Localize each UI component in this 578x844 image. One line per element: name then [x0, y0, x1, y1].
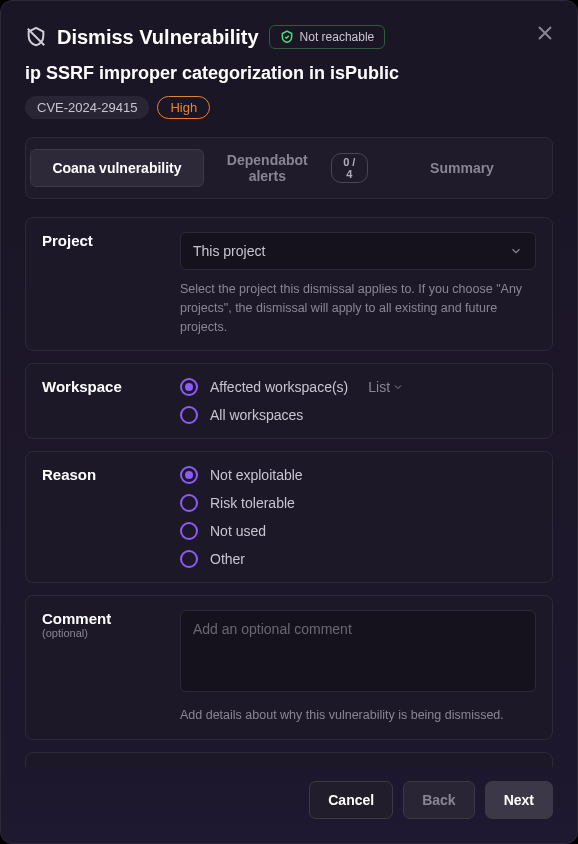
- vulnerability-meta: CVE-2024-29415 High: [25, 96, 553, 119]
- form-content: Project This project Select the project …: [25, 217, 553, 767]
- comment-section: Comment (optional) Add details about why…: [25, 595, 553, 740]
- workspace-option-all[interactable]: All workspaces: [180, 406, 536, 424]
- tab-label: Coana vulnerability: [52, 160, 181, 176]
- comment-label: Comment (optional): [42, 610, 160, 725]
- radio-icon: [180, 406, 198, 424]
- project-select[interactable]: This project: [180, 232, 536, 270]
- chevron-down-icon: [392, 381, 404, 393]
- reachability-badge: Not reachable: [269, 25, 386, 49]
- tab-label: Summary: [430, 160, 494, 176]
- tab-bar: Coana vulnerability Dependabot alerts 0 …: [25, 137, 553, 199]
- cve-badge: CVE-2024-29415: [25, 96, 149, 119]
- reason-option-other[interactable]: Other: [180, 550, 536, 568]
- radio-icon: [180, 466, 198, 484]
- back-button[interactable]: Back: [403, 781, 474, 819]
- radio-label: Affected workspace(s): [210, 379, 348, 395]
- reachability-label: Not reachable: [300, 30, 375, 44]
- dismiss-vulnerability-modal: Dismiss Vulnerability Not reachable ip S…: [0, 0, 578, 844]
- radio-label: Other: [210, 551, 245, 567]
- shield-off-icon: [25, 26, 47, 48]
- cancel-button[interactable]: Cancel: [309, 781, 393, 819]
- radio-icon: [180, 550, 198, 568]
- reason-section: Reason Not exploitable Risk tolerable No…: [25, 451, 553, 583]
- vulnerability-title: ip SSRF improper categorization in isPub…: [25, 63, 553, 84]
- modal-title: Dismiss Vulnerability: [57, 26, 259, 49]
- chevron-down-icon: [509, 244, 523, 258]
- shield-check-icon: [280, 30, 294, 44]
- tab-coana[interactable]: Coana vulnerability: [30, 149, 204, 187]
- tab-count-badge: 0 / 4: [331, 153, 368, 183]
- radio-label: All workspaces: [210, 407, 303, 423]
- severity-badge: High: [157, 96, 210, 119]
- reason-radio-group: Not exploitable Risk tolerable Not used …: [180, 466, 536, 568]
- close-button[interactable]: [533, 21, 557, 45]
- tab-dependabot[interactable]: Dependabot alerts 0 / 4: [204, 142, 376, 194]
- reason-option-not-exploitable[interactable]: Not exploitable: [180, 466, 536, 484]
- reason-option-not-used[interactable]: Not used: [180, 522, 536, 540]
- next-button[interactable]: Next: [485, 781, 553, 819]
- project-section: Project This project Select the project …: [25, 217, 553, 351]
- comment-help: Add details about why this vulnerability…: [180, 706, 536, 725]
- workspace-radio-group: Affected workspace(s) List All workspace…: [180, 378, 536, 424]
- radio-label: Risk tolerable: [210, 495, 295, 511]
- close-icon: [538, 26, 552, 40]
- radio-icon: [180, 522, 198, 540]
- workspace-label: Workspace: [42, 378, 160, 424]
- project-select-value: This project: [193, 243, 265, 259]
- tab-label: Dependabot alerts: [212, 152, 323, 184]
- workspace-section: Workspace Affected workspace(s) List All…: [25, 363, 553, 439]
- reason-option-risk-tolerable[interactable]: Risk tolerable: [180, 494, 536, 512]
- radio-icon: [180, 378, 198, 396]
- modal-footer: Cancel Back Next: [25, 767, 553, 819]
- reason-label: Reason: [42, 466, 160, 568]
- project-label: Project: [42, 232, 160, 336]
- list-link[interactable]: List: [368, 379, 404, 395]
- modal-header: Dismiss Vulnerability Not reachable: [25, 25, 553, 49]
- expiration-section: Expiration date Never Set an expiration …: [25, 752, 553, 767]
- project-help: Select the project this dismissal applie…: [180, 280, 536, 336]
- comment-sublabel: (optional): [42, 627, 160, 639]
- comment-textarea[interactable]: [180, 610, 536, 692]
- radio-label: Not used: [210, 523, 266, 539]
- tab-summary[interactable]: Summary: [376, 150, 548, 186]
- radio-label: Not exploitable: [210, 467, 303, 483]
- radio-icon: [180, 494, 198, 512]
- workspace-option-affected[interactable]: Affected workspace(s) List: [180, 378, 536, 396]
